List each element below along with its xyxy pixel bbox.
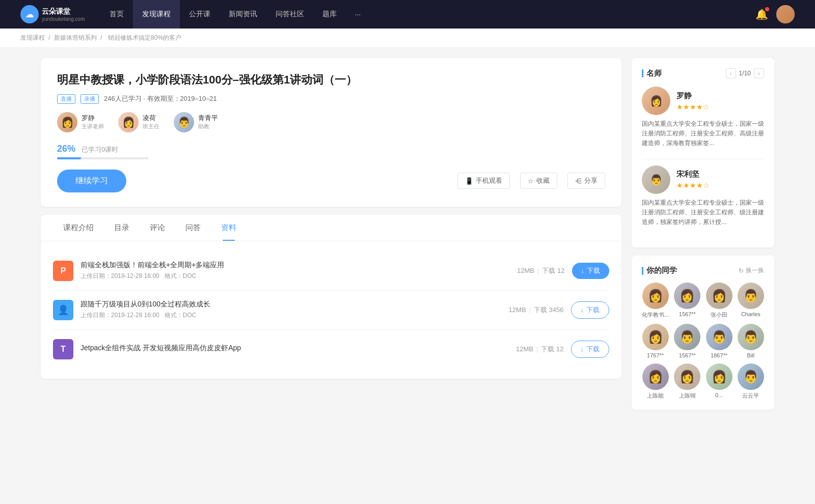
breadcrumb-link-1[interactable]: 发现课程: [20, 34, 45, 41]
instructor-role-3: 助教: [198, 123, 218, 130]
classmate-avatar-8: 👨: [738, 324, 764, 350]
classmate-9[interactable]: 👩 上陈能: [642, 363, 669, 400]
nav-item-more[interactable]: ···: [346, 0, 370, 29]
star-icon: ☆: [528, 177, 534, 185]
action-links: 📱 手机观看 ☆ 收藏 ⋲ 分享: [457, 173, 605, 189]
course-header: 明星中教授课，小学阶段语法100分–强化级第1讲动词（一） 直播 录播 246人…: [41, 58, 621, 207]
classmate-8[interactable]: 👨 Bill: [738, 324, 764, 358]
classmate-avatar-3: 👩: [706, 283, 732, 309]
classmate-avatar-9: 👩: [642, 363, 669, 390]
resource-stats-3: 12MB | 下载 12: [516, 345, 563, 354]
classmate-avatar-10: 👩: [674, 363, 700, 390]
refresh-button[interactable]: ↻ 换一换: [739, 266, 764, 275]
logo-icon: ☁: [20, 5, 39, 23]
tab-resource[interactable]: 资料: [211, 215, 247, 241]
title-bar-2: [642, 267, 643, 275]
logo-text: 云朵课堂 yundouketang.com: [42, 7, 85, 22]
classmate-2[interactable]: 👩 1567**: [674, 283, 700, 319]
course-meta: 直播 录播 246人已学习 · 有效期至：2019–10–21: [57, 94, 605, 104]
classmate-avatar-1: 👩: [642, 283, 669, 309]
classmate-6[interactable]: 👨 1567**: [674, 324, 700, 358]
download-icon-2: ↓: [581, 306, 584, 314]
right-panel: 名师 ‹ 1/10 › 👩 罗静 ★: [632, 58, 774, 410]
download-button-2[interactable]: ↓ 下载: [571, 301, 610, 319]
nav-item-qa[interactable]: 问答社区: [266, 0, 313, 29]
breadcrumb-link-2[interactable]: 新媒体营销系列: [54, 34, 97, 41]
teacher-divider: [642, 159, 764, 159]
resource-stats-1: 12MB | 下载 12: [517, 266, 564, 275]
classmates-title: 你的同学: [642, 266, 677, 275]
instructor-name-3: 青青平: [198, 114, 218, 123]
nav-item-home[interactable]: 首页: [100, 0, 133, 29]
notification-dot: [765, 7, 769, 11]
classmate-7[interactable]: 👨 1867**: [705, 324, 732, 358]
left-panel: 明星中教授课，小学阶段语法100分–强化级第1讲动词（一） 直播 录播 246人…: [41, 58, 621, 410]
classmate-10[interactable]: 👩 上陈镕: [674, 363, 700, 400]
teacher-avatar-2: 👨: [642, 165, 670, 194]
mobile-watch-button[interactable]: 📱 手机观看: [457, 173, 510, 189]
resource-meta-2: 上传日期：2019-12-28 16:00 格式：DOC: [80, 311, 502, 320]
instructor-3: 👨 青青平 助教: [174, 112, 218, 132]
logo[interactable]: ☁ 云朵课堂 yundouketang.com: [20, 5, 85, 23]
classmate-3[interactable]: 👩 张小田: [705, 283, 732, 319]
classmate-avatar-6: 👨: [674, 324, 700, 350]
download-icon-3: ↓: [581, 345, 584, 353]
course-title: 明星中教授课，小学阶段语法100分–强化级第1讲动词（一）: [57, 72, 605, 88]
classmate-name-8: Bill: [738, 352, 764, 358]
classmate-avatar-11: 👩: [706, 363, 732, 390]
teachers-prev-button[interactable]: ‹: [726, 68, 736, 78]
tab-catalog[interactable]: 目录: [104, 215, 140, 241]
nav-item-open[interactable]: 公开课: [180, 0, 220, 29]
collect-button[interactable]: ☆ 收藏: [520, 173, 557, 189]
classmate-4[interactable]: 👨 Charles: [738, 283, 764, 319]
resource-icon-2: 👤: [53, 300, 73, 320]
breadcrumb: 发现课程 / 新媒体营销系列 / 销冠修炼术搞定80%的客户: [0, 29, 815, 48]
resource-stats-2: 12MB | 下载 3456: [509, 305, 564, 315]
share-button[interactable]: ⋲ 分享: [567, 173, 605, 189]
mobile-icon: 📱: [465, 177, 473, 185]
classmate-5[interactable]: 👩 1767**: [642, 324, 669, 358]
resource-info-3: Jetpack全组件实战 开发短视频应用高仿皮皮虾App: [80, 344, 509, 355]
tab-qa[interactable]: 问答: [175, 215, 211, 241]
classmate-avatar-4: 👨: [738, 283, 764, 309]
nav-item-news[interactable]: 新闻资讯: [220, 0, 266, 29]
teachers-next-button[interactable]: ›: [754, 68, 764, 78]
instructor-avatar-2: 👩: [118, 112, 139, 132]
classmate-1[interactable]: 👩 化学教书...: [642, 283, 669, 319]
course-instructors: 👩 罗静 主讲老师 👩 凌荷 班主任: [57, 112, 605, 132]
classmate-12[interactable]: 👨 云云平: [738, 363, 764, 400]
download-icon-1: ↓: [581, 267, 585, 274]
resource-item-1: P 前端全栈加强版！前端全栈+全周期+多端应用 上传日期：2019-12-28 …: [53, 251, 609, 291]
resource-title-1: 前端全栈加强版！前端全栈+全周期+多端应用: [80, 261, 510, 270]
instructor-name-2: 凌荷: [143, 114, 159, 123]
nav-item-courses[interactable]: 发现课程: [133, 0, 180, 29]
teachers-card: 名师 ‹ 1/10 › 👩 罗静 ★: [632, 58, 774, 247]
classmates-header: 你的同学 ↻ 换一换: [642, 266, 764, 275]
user-avatar[interactable]: [776, 5, 795, 23]
classmate-name-1: 化学教书...: [642, 311, 669, 319]
teacher-top-1: 👩 罗静 ★★★★☆: [642, 87, 764, 115]
resource-info-2: 跟随千万级项目从0到100全过程高效成长 上传日期：2019-12-28 16:…: [80, 300, 502, 320]
nav-item-quiz[interactable]: 题库: [313, 0, 346, 29]
course-meta-text: 246人已学习 · 有效期至：2019–10–21: [104, 94, 217, 103]
tab-review[interactable]: 评论: [140, 215, 175, 241]
teacher-item-2: 👨 宋利坚 ★★★★☆ 国内某重点大学安全工程专业硕士，国家一级注册消防工程师、…: [642, 165, 764, 228]
teacher-stars-1: ★★★★☆: [676, 103, 710, 111]
classmate-11[interactable]: 👩 0...: [705, 363, 732, 400]
continue-button[interactable]: 继续学习: [57, 170, 126, 192]
teacher-avatar-1: 👩: [642, 87, 670, 115]
resource-title-3: Jetpack全组件实战 开发短视频应用高仿皮皮虾App: [80, 344, 509, 353]
classmate-name-2: 1567**: [674, 311, 700, 317]
classmates-card: 你的同学 ↻ 换一换 👩 化学教书... 👩 1567** 👩: [632, 256, 774, 410]
tab-intro[interactable]: 课程介绍: [53, 215, 104, 241]
badge-rec: 录播: [80, 94, 99, 104]
download-button-3[interactable]: ↓ 下载: [571, 341, 610, 358]
teachers-card-nav: ‹ 1/10 ›: [726, 68, 764, 78]
download-button-1[interactable]: ↓ 下载: [572, 263, 610, 279]
classmate-avatar-12: 👨: [738, 363, 764, 390]
instructor-avatar-3: 👨: [174, 112, 194, 132]
notification-bell[interactable]: 🔔: [755, 8, 768, 20]
course-actions: 继续学习 📱 手机观看 ☆ 收藏 ⋲ 分享: [57, 170, 605, 192]
classmate-name-11: 0...: [705, 392, 732, 398]
instructor-role-2: 班主任: [143, 123, 159, 130]
